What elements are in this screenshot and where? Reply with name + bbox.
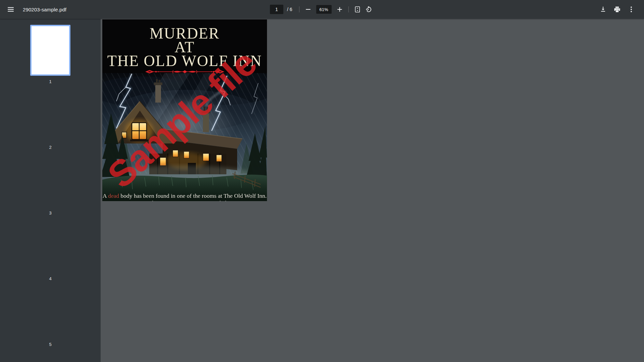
zoom-level-display[interactable]: 61% [316, 5, 331, 14]
download-button[interactable] [598, 4, 608, 15]
hamburger-menu-icon [7, 6, 14, 13]
menu-button[interactable] [5, 4, 16, 15]
fit-to-page-button[interactable] [352, 4, 363, 15]
thumbnail-label: 2 [49, 145, 51, 150]
plus-icon [336, 6, 342, 12]
caption-prefix: A [103, 192, 108, 199]
zoom-out-button[interactable] [303, 4, 313, 15]
pdf-viewer-window: 290203-sample.pdf / 6 61% [0, 0, 644, 362]
thumbnail-label: 1 [49, 79, 51, 84]
cover-artwork-inn-scene [102, 73, 267, 201]
page-count-label: / 6 [287, 7, 292, 12]
rotate-counterclockwise-icon [365, 6, 372, 13]
page-1-thumbnail-preview [32, 26, 69, 74]
cover-title-line-3: THE OLD WOLF INN [102, 54, 267, 68]
ornamental-divider [102, 69, 267, 75]
pdf-page-1: MURDER AT THE OLD WOLF INN [102, 19, 267, 201]
thumbnail-sidebar: 1 2 3 4 5 [0, 19, 101, 362]
thumbnail-page-5[interactable]: 5 [0, 288, 101, 347]
toolbar-left: 290203-sample.pdf [0, 4, 66, 15]
cover-title-line-1: MURDER [102, 26, 267, 40]
thumbnail-page-3[interactable]: 3 [0, 156, 101, 216]
print-icon [613, 6, 621, 13]
document-viewport: MURDER AT THE OLD WOLF INN [101, 19, 644, 362]
toolbar-divider [299, 6, 299, 12]
cover-title-block: MURDER AT THE OLD WOLF INN [102, 26, 267, 75]
thumbnail-label: 3 [49, 210, 51, 216]
caption-suffix: body has been found in one of the rooms … [119, 192, 267, 199]
thumbnail-label: 5 [49, 342, 51, 347]
caption-highlight-dead: dead [108, 192, 119, 199]
minus-icon [305, 6, 311, 12]
rotate-ccw-button[interactable] [363, 4, 374, 15]
cover-caption-line-2-clipped: You can choose your suite. You can searc… [102, 200, 267, 201]
cover-caption-line-1: A dead body has been found in one of the… [102, 193, 267, 199]
print-button[interactable] [612, 4, 623, 15]
toolbar: 290203-sample.pdf / 6 61% [0, 0, 644, 19]
download-icon [599, 6, 607, 13]
zoom-level-value: 61% [319, 7, 328, 12]
kebab-menu-icon [628, 6, 635, 13]
cover-title-line-2: AT [102, 40, 267, 54]
page-number-input[interactable] [270, 5, 283, 14]
zoom-in-button[interactable] [334, 4, 345, 15]
document-title: 290203-sample.pdf [23, 7, 66, 12]
thumbnail-page-2[interactable]: 2 [0, 90, 101, 150]
toolbar-right [598, 4, 644, 15]
fit-page-icon [354, 6, 361, 13]
toolbar-center-controls: / 6 61% [270, 0, 374, 19]
thumbnail-label: 4 [49, 276, 51, 282]
page-1-thumbnail-selected[interactable] [30, 25, 70, 76]
thumbnail-page-4[interactable]: 4 [0, 222, 101, 282]
toolbar-divider [348, 6, 348, 12]
thumbnail-page-1[interactable]: 1 [0, 25, 101, 84]
more-options-button[interactable] [626, 4, 637, 15]
